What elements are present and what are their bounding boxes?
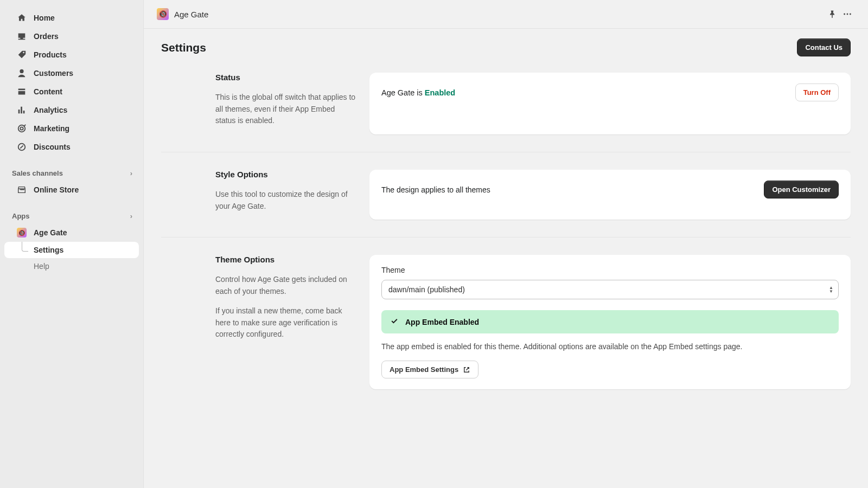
theme-label: Theme	[381, 266, 839, 274]
nav-marketing[interactable]: Marketing	[4, 119, 139, 138]
age-gate-app-icon: 🔞	[157, 8, 169, 20]
nav-app-help[interactable]: Help	[4, 258, 139, 274]
home-icon	[16, 12, 27, 23]
analytics-icon	[16, 105, 27, 115]
theme-section-info: Theme Options Control how Age Gate gets …	[161, 255, 356, 389]
style-section: Style Options Use this tool to customize…	[161, 152, 851, 237]
status-section: Status This is the global off switch tha…	[161, 68, 851, 152]
open-customizer-label: Open Customizer	[772, 185, 831, 194]
tag-icon	[16, 49, 27, 60]
content-icon	[16, 86, 27, 97]
age-gate-app-icon: 🔞	[16, 227, 27, 238]
svg-point-5	[850, 14, 851, 15]
sidebar: Home Orders Products Customers Content A…	[0, 0, 144, 488]
external-link-icon	[463, 366, 470, 374]
status-description: This is the global off switch that appli…	[215, 92, 356, 127]
apps-label: Apps	[12, 212, 30, 220]
chevron-right-icon: ›	[130, 212, 132, 220]
nav-marketing-label: Marketing	[34, 124, 69, 133]
svg-point-4	[847, 14, 848, 15]
topbar-app-name: Age Gate	[174, 10, 208, 19]
more-icon	[843, 9, 852, 19]
turn-off-button[interactable]: Turn Off	[795, 84, 839, 101]
nav-products-label: Products	[34, 50, 67, 59]
theme-select-wrap: dawn/main (published) ▲▼	[381, 280, 839, 299]
nav-orders[interactable]: Orders	[4, 27, 139, 46]
topbar: 🔞 Age Gate	[144, 0, 868, 29]
style-banner-text: The design applies to all themes	[381, 185, 490, 194]
nav-discounts-label: Discounts	[34, 143, 71, 151]
nav-discounts[interactable]: Discounts	[4, 138, 139, 156]
sales-channels-label: Sales channels	[12, 169, 63, 177]
nav-analytics-label: Analytics	[34, 106, 67, 114]
theme-select[interactable]: dawn/main (published)	[381, 280, 839, 299]
tree-line-icon	[22, 242, 28, 252]
nav-customers-label: Customers	[34, 69, 73, 78]
theme-description-2: If you install a new theme, come back he…	[215, 305, 356, 341]
theme-card: Theme dawn/main (published) ▲▼ App Embed…	[369, 255, 851, 389]
apps-header[interactable]: Apps ›	[0, 207, 143, 223]
nav-app-age-gate-label: Age Gate	[34, 228, 67, 237]
app-embed-settings-button[interactable]: App Embed Settings	[381, 361, 478, 378]
nav-home[interactable]: Home	[4, 9, 139, 27]
contact-us-label: Contact Us	[805, 43, 843, 52]
contact-us-button[interactable]: Contact Us	[797, 38, 851, 56]
chevron-right-icon: ›	[130, 169, 132, 177]
nav-home-label: Home	[34, 14, 55, 22]
svg-point-1	[20, 127, 23, 130]
select-chevrons-icon: ▲▼	[829, 286, 833, 293]
status-card: Age Gate is Enabled Turn Off	[369, 73, 851, 134]
app-embed-description: The app embed is enabled for this theme.…	[381, 341, 839, 353]
svg-point-3	[844, 14, 845, 15]
target-icon	[16, 123, 27, 134]
person-icon	[16, 68, 27, 79]
nav-app-age-gate[interactable]: 🔞 Age Gate	[4, 223, 139, 242]
page-header: Settings Contact Us	[144, 29, 868, 68]
page-title: Settings	[161, 41, 206, 54]
nav-app-help-label: Help	[34, 262, 49, 271]
nav-online-store-label: Online Store	[34, 185, 79, 194]
inbox-icon	[16, 31, 27, 42]
style-heading: Style Options	[215, 170, 356, 179]
nav-analytics[interactable]: Analytics	[4, 101, 139, 119]
pin-icon	[828, 10, 837, 18]
app-embed-settings-label: App Embed Settings	[390, 365, 458, 374]
theme-section: Theme Options Control how Age Gate gets …	[161, 237, 851, 407]
theme-heading: Theme Options	[215, 255, 356, 264]
nav-content[interactable]: Content	[4, 82, 139, 101]
nav-customers[interactable]: Customers	[4, 64, 139, 82]
nav-orders-label: Orders	[34, 32, 59, 41]
topbar-title: 🔞 Age Gate	[157, 8, 208, 20]
turn-off-label: Turn Off	[803, 88, 831, 97]
nav-content-label: Content	[34, 87, 62, 96]
status-heading: Status	[215, 73, 356, 82]
nav-products[interactable]: Products	[4, 46, 139, 64]
discount-icon	[16, 142, 27, 152]
more-button[interactable]	[840, 7, 855, 22]
style-section-info: Style Options Use this tool to customize…	[161, 170, 356, 220]
nav-app-settings-label: Settings	[34, 246, 63, 254]
nav-online-store[interactable]: Online Store	[4, 181, 139, 199]
nav-app-settings[interactable]: Settings	[4, 242, 139, 258]
content-area: Status This is the global off switch tha…	[144, 68, 868, 428]
open-customizer-button[interactable]: Open Customizer	[764, 181, 839, 198]
app-embed-banner: App Embed Enabled	[381, 310, 839, 333]
status-value: Enabled	[425, 88, 455, 97]
app-embed-banner-text: App Embed Enabled	[405, 318, 479, 326]
check-icon	[390, 317, 399, 327]
sales-channels-header[interactable]: Sales channels ›	[0, 164, 143, 181]
main-content: 🔞 Age Gate Settings Contact Us Status Th…	[144, 0, 868, 488]
status-text: Age Gate is Enabled	[381, 88, 455, 97]
status-prefix: Age Gate is	[381, 88, 425, 97]
style-card: The design applies to all themes Open Cu…	[369, 170, 851, 220]
status-section-info: Status This is the global off switch tha…	[161, 73, 356, 134]
pin-button[interactable]	[825, 7, 840, 22]
style-description: Use this tool to customize the design of…	[215, 189, 356, 212]
theme-description-1: Control how Age Gate gets included on ea…	[215, 274, 356, 297]
store-icon	[16, 184, 27, 195]
